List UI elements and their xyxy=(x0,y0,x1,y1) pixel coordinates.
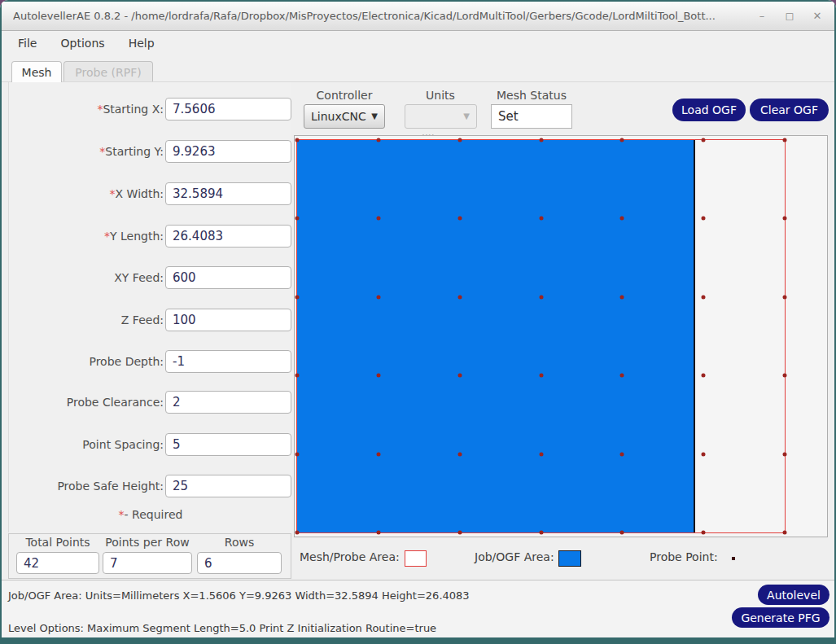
mesh-settings-panel: *Starting X: *Starting Y: *X Width: *Y L… xyxy=(8,82,291,532)
form-row: Point Spacing: xyxy=(9,432,292,457)
legend-job-area-label: Job/OGF Area: xyxy=(475,550,554,563)
form-row: *Starting Y: xyxy=(9,139,292,164)
units-dropdown[interactable]: ▼ Millimet... xyxy=(405,104,477,129)
job-area-status-text: Job/OGF Area: Units=Millimeters X=1.5606… xyxy=(8,589,470,602)
probe-point xyxy=(457,374,462,378)
load-ogf-button[interactable]: Load OGF xyxy=(672,99,746,121)
probe-point xyxy=(295,452,300,456)
starting-x-label: Starting X: xyxy=(103,103,164,116)
probe-point xyxy=(457,217,462,221)
probe-point xyxy=(620,531,624,535)
y-length-input[interactable] xyxy=(165,225,291,248)
generate-pfg-button[interactable]: Generate PFG xyxy=(732,607,829,628)
y-length-label: Y Length: xyxy=(110,230,164,243)
probe-point xyxy=(376,217,380,221)
chevron-down-icon: ▼ xyxy=(371,105,378,128)
tab-mesh[interactable]: Mesh xyxy=(11,61,62,82)
form-row: *Y Length: xyxy=(9,224,292,248)
x-width-input[interactable] xyxy=(165,182,291,205)
probe-point xyxy=(620,374,624,378)
form-row: Z Feed: xyxy=(9,308,292,332)
z-feed-label: Z Feed: xyxy=(121,313,164,326)
probe-point xyxy=(457,295,462,299)
form-row: *Starting X: xyxy=(9,97,292,121)
form-row: Probe Safe Height: xyxy=(9,474,292,498)
form-row: *X Width: xyxy=(9,182,292,206)
probe-point xyxy=(376,138,380,142)
probe-point xyxy=(376,374,380,378)
clear-ogf-button[interactable]: Clear OGF xyxy=(750,99,829,121)
starting-x-input[interactable] xyxy=(165,98,291,120)
starting-y-input[interactable] xyxy=(165,140,291,163)
window-border xyxy=(0,0,2,644)
probe-point xyxy=(539,295,543,299)
x-width-label: X Width: xyxy=(116,187,164,200)
points-per-row-input[interactable] xyxy=(103,552,192,574)
legend-job-area-swatch xyxy=(558,550,581,567)
autolevel-button[interactable]: Autolevel xyxy=(758,585,829,605)
close-icon[interactable]: ✕ xyxy=(807,2,828,31)
legend-probe-point-label: Probe Point: xyxy=(650,550,718,563)
total-points-label: Total Points xyxy=(15,536,100,549)
probe-point xyxy=(295,531,300,535)
points-per-row-label: Points per Row xyxy=(102,536,193,549)
probe-point xyxy=(702,374,706,378)
menu-file[interactable]: File xyxy=(8,31,46,56)
starting-y-label: Starting Y: xyxy=(105,145,164,158)
probe-point xyxy=(295,138,300,142)
probe-clearance-input[interactable] xyxy=(165,391,291,414)
required-star: * xyxy=(110,187,116,200)
menu-help[interactable]: Help xyxy=(119,31,164,56)
probe-point xyxy=(539,531,543,535)
menu-bar: File Options Help xyxy=(2,31,834,56)
tab-probe-rpf[interactable]: Probe (RPF) xyxy=(63,61,153,82)
probe-point xyxy=(702,531,706,535)
maximize-icon[interactable]: ◻ xyxy=(779,2,800,31)
probe-point xyxy=(457,138,462,142)
total-points-input[interactable] xyxy=(16,552,99,574)
probe-point xyxy=(702,138,706,142)
minimize-icon[interactable]: – xyxy=(751,2,773,31)
job-ogf-area-rect xyxy=(297,140,695,532)
probe-point xyxy=(295,374,300,378)
status-bar: Job/OGF Area: Units=Millimeters X=1.5606… xyxy=(2,580,834,637)
mesh-summary-box: Total Points Points per Row Rows xyxy=(8,533,291,579)
probe-point xyxy=(783,138,787,142)
tab-strip: Mesh Probe (RPF) xyxy=(2,56,834,82)
probe-point xyxy=(620,295,624,299)
point-spacing-label: Point Spacing: xyxy=(82,438,164,451)
form-row: Probe Depth: xyxy=(9,349,292,374)
legend-bar: Mesh/Probe Area: Job/OGF Area: Probe Poi… xyxy=(294,538,828,579)
probe-clearance-label: Probe Clearance: xyxy=(67,396,164,409)
probe-point xyxy=(376,531,380,535)
probe-point xyxy=(783,217,787,221)
window-border xyxy=(0,637,836,644)
form-row: Probe Clearance: xyxy=(9,390,292,414)
probe-point xyxy=(539,452,543,456)
controller-value: LinuxCNC xyxy=(311,110,366,123)
z-feed-input[interactable] xyxy=(165,309,291,331)
controller-dropdown[interactable]: ▼ LinuxCNC xyxy=(304,104,385,129)
app-window: AutolevellerAE 0.8.2 - /home/lordrafa/Ra… xyxy=(0,0,836,644)
required-note: *- Required xyxy=(9,508,292,521)
rows-input[interactable] xyxy=(197,552,282,574)
probe-safe-height-label: Probe Safe Height: xyxy=(57,480,164,493)
probe-depth-label: Probe Depth: xyxy=(89,355,164,368)
required-star: * xyxy=(104,230,110,243)
probe-point xyxy=(376,452,380,456)
probe-point xyxy=(539,217,543,221)
point-spacing-input[interactable] xyxy=(165,433,291,456)
probe-depth-input[interactable] xyxy=(165,350,291,373)
probe-point xyxy=(702,452,706,456)
menu-options[interactable]: Options xyxy=(51,31,115,56)
legend-mesh-area-swatch xyxy=(405,550,427,567)
mesh-status-input[interactable] xyxy=(491,104,572,129)
probe-safe-height-input[interactable] xyxy=(165,475,291,497)
probe-point xyxy=(295,217,300,221)
probe-point xyxy=(539,138,543,142)
mesh-preview-canvas xyxy=(294,135,828,537)
legend-probe-point-dot xyxy=(732,557,735,560)
probe-point xyxy=(295,295,300,299)
xy-feed-input[interactable] xyxy=(165,266,291,289)
probe-point xyxy=(702,295,706,299)
